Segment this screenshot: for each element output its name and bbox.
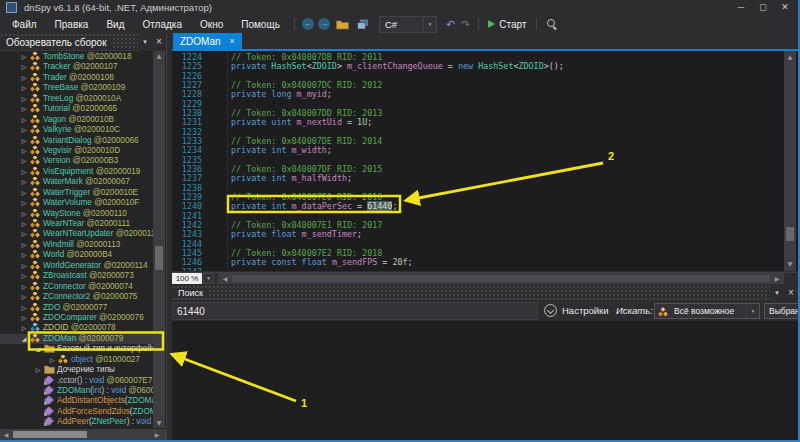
open-folder-button[interactable] bbox=[336, 19, 349, 30]
expander-collapsed-icon[interactable]: ▷ bbox=[18, 136, 30, 146]
tree-item[interactable]: ▷ VariantDialog @02000066 bbox=[0, 136, 153, 146]
menu-item-3[interactable]: Отладка bbox=[133, 17, 191, 32]
scroll-right-icon[interactable]: ▶ bbox=[152, 431, 162, 438]
menu-item-1[interactable]: Правка bbox=[46, 17, 98, 32]
expander-collapsed-icon[interactable]: ▷ bbox=[18, 261, 30, 271]
expander-collapsed-icon[interactable]: ▷ bbox=[18, 209, 30, 219]
expander-collapsed-icon[interactable]: ▷ bbox=[18, 62, 30, 72]
search-input[interactable] bbox=[172, 302, 538, 320]
menu-item-5[interactable]: Помощь bbox=[232, 17, 289, 32]
close-button[interactable]: ✕ bbox=[774, 1, 796, 14]
code-line[interactable]: 1237 private int m_halfWidth; bbox=[172, 174, 772, 183]
tree-item[interactable]: ▷ WearNTearUpdater @02000112 bbox=[0, 229, 153, 239]
search-icon[interactable] bbox=[546, 18, 558, 30]
panel-close-icon[interactable]: × bbox=[152, 33, 166, 51]
tree-item[interactable]: ▷ ZDOComparer @02000076 bbox=[0, 313, 153, 323]
scroll-left-icon[interactable]: ◀ bbox=[1, 431, 11, 438]
tree-item[interactable]: ▷ TreeBase @02000109 bbox=[0, 83, 153, 93]
code-line[interactable]: 1228 private long m_myid; bbox=[172, 90, 772, 99]
tree-item[interactable]: ▷ Trader @02000108 bbox=[0, 73, 153, 83]
code-line[interactable]: 1231 private uint m_nextUid = 1U; bbox=[172, 118, 772, 127]
expander-collapsed-icon[interactable]: ▷ bbox=[46, 355, 58, 365]
code-line[interactable]: 1246 private const float m_sendFPS = 20f… bbox=[172, 258, 772, 267]
tree-item[interactable]: ▷ Tracker @02000107 bbox=[0, 62, 153, 72]
tree-vscroll-thumb[interactable] bbox=[155, 246, 163, 270]
scroll-up-icon[interactable]: ▲ bbox=[153, 52, 165, 59]
language-selector[interactable]: C# ▼ bbox=[379, 16, 437, 33]
tree-item[interactable]: ▷ VisEquipment @02000019 bbox=[0, 167, 153, 177]
tree-item[interactable]: ▷ object @01000027 bbox=[0, 355, 153, 365]
undo-button[interactable]: ↶ bbox=[446, 19, 455, 30]
tree-item[interactable]: ▷ WorldGenerator @02000114 bbox=[0, 261, 153, 271]
tree-item[interactable]: ▷ World @020000B4 bbox=[0, 250, 153, 260]
tree-item[interactable]: ▷ Vegvisir @0200010D bbox=[0, 146, 153, 156]
tree-item[interactable]: ▷ WaterVolume @0200010F bbox=[0, 198, 153, 208]
tree-item[interactable]: ▷ WayStone @02000110 bbox=[0, 209, 153, 219]
editor-vscroll-thumb[interactable] bbox=[786, 227, 794, 241]
tree-item[interactable]: ▷ WearNTear @02000111 bbox=[0, 219, 153, 229]
expander-collapsed-icon[interactable]: ▷ bbox=[18, 146, 30, 156]
tree-item[interactable]: ▷ Valkyrie @0200010C bbox=[0, 125, 153, 135]
expander-collapsed-icon[interactable]: ▷ bbox=[18, 125, 30, 135]
tree-item[interactable]: ▷ Windmill @02000113 bbox=[0, 240, 153, 250]
tree-item[interactable]: AddForceSendZdos(ZDOM bbox=[0, 407, 153, 417]
panel-menu-icon[interactable]: ▼ bbox=[138, 33, 152, 51]
expander-collapsed-icon[interactable]: ▷ bbox=[18, 188, 30, 198]
tree-item[interactable]: ◢ ZDOMan @02000079 bbox=[0, 334, 153, 344]
tree-item[interactable]: ▷ Tutorial @02000065 bbox=[0, 104, 153, 114]
scroll-left-icon[interactable]: ◀ bbox=[220, 275, 230, 282]
chevron-down-icon[interactable]: ▼ bbox=[746, 304, 759, 318]
tree-item[interactable]: ▷ ZBroastcast @02000073 bbox=[0, 271, 153, 281]
tree-item[interactable]: ▷ Vagon @0200010B bbox=[0, 115, 153, 125]
tree-item[interactable]: ▷ Version @020000B3 bbox=[0, 156, 153, 166]
menu-item-0[interactable]: Файл bbox=[3, 17, 46, 32]
windows-layout-button[interactable] bbox=[357, 19, 369, 30]
expander-collapsed-icon[interactable]: ▷ bbox=[18, 115, 30, 125]
search-type-dropdown[interactable]: Всё возможное ▼ bbox=[654, 303, 760, 319]
settings-chevron-icon[interactable] bbox=[544, 304, 557, 317]
zoom-dropdown-icon[interactable]: ▼ bbox=[203, 273, 214, 284]
maximize-button[interactable]: ◻ bbox=[752, 1, 774, 14]
tree-item[interactable]: ▷ ZConnector2 @02000075 bbox=[0, 292, 153, 302]
expander-collapsed-icon[interactable]: ▷ bbox=[18, 271, 30, 281]
tree-item[interactable]: AddPeer(ZNetPeer) : void ( bbox=[0, 417, 153, 427]
code-line[interactable]: 1234 private int m_width; bbox=[172, 146, 772, 155]
scroll-up-icon[interactable]: ▲ bbox=[784, 53, 796, 60]
tab-close-icon[interactable]: × bbox=[230, 36, 235, 46]
tree-vscrollbar[interactable] bbox=[153, 51, 165, 428]
settings-label[interactable]: Настройки bbox=[562, 305, 609, 316]
scroll-down-icon[interactable]: ▼ bbox=[784, 260, 796, 267]
tree-item[interactable]: ZDOMan(int) : void @0600 bbox=[0, 386, 153, 396]
minimize-button[interactable]: ─ bbox=[730, 1, 752, 14]
tree-item[interactable]: ▷ ZConnector @02000074 bbox=[0, 282, 153, 292]
expander-collapsed-icon[interactable]: ▷ bbox=[18, 303, 30, 313]
code-line[interactable]: 1225 private HashSet<ZDOID> m_clientChan… bbox=[172, 62, 772, 71]
start-button[interactable]: Старт bbox=[488, 19, 526, 30]
expander-collapsed-icon[interactable]: ▷ bbox=[18, 104, 30, 114]
expander-collapsed-icon[interactable]: ▷ bbox=[18, 282, 30, 292]
redo-button[interactable]: ↷ bbox=[461, 19, 470, 30]
code-line[interactable]: 1243 private float m_sendTimer; bbox=[172, 230, 772, 239]
tree-item[interactable]: AddDistantObjects(ZDOMa bbox=[0, 396, 153, 406]
code-editor[interactable]: 1224 // Token: 0x040007DB RID: 2011 1225… bbox=[172, 51, 798, 271]
panel-close-icon[interactable]: × bbox=[784, 284, 798, 302]
scroll-right-icon[interactable]: ▶ bbox=[772, 275, 782, 282]
expander-collapsed-icon[interactable]: ▷ bbox=[18, 167, 30, 177]
expander-collapsed-icon[interactable]: ▷ bbox=[18, 219, 30, 229]
tree-item[interactable]: .cctor() : void @060007E7 bbox=[0, 376, 153, 386]
code-line[interactable]: 1247 bbox=[172, 268, 772, 271]
nav-forward-button[interactable]: → bbox=[318, 18, 330, 30]
expander-collapsed-icon[interactable]: ▷ bbox=[18, 177, 30, 187]
nav-back-button[interactable]: ← bbox=[302, 18, 314, 30]
chevron-down-icon[interactable]: ▼ bbox=[423, 17, 436, 32]
expander-collapsed-icon[interactable]: ▷ bbox=[18, 240, 30, 250]
expander-collapsed-icon[interactable]: ▷ bbox=[18, 229, 30, 239]
scroll-down-icon[interactable]: ▼ bbox=[153, 419, 165, 426]
tree-item[interactable]: ▷ ZDOID @02000078 bbox=[0, 323, 153, 333]
menu-item-4[interactable]: Окно bbox=[191, 17, 232, 32]
tree-hscroll-thumb[interactable] bbox=[13, 431, 87, 438]
panel-menu-icon[interactable]: ▼ bbox=[770, 284, 784, 302]
expander-collapsed-icon[interactable]: ▷ bbox=[18, 198, 30, 208]
tree-item[interactable]: ▷ ZDO @02000077 bbox=[0, 303, 153, 313]
expander-expanded-icon[interactable]: ◢ bbox=[18, 334, 30, 344]
